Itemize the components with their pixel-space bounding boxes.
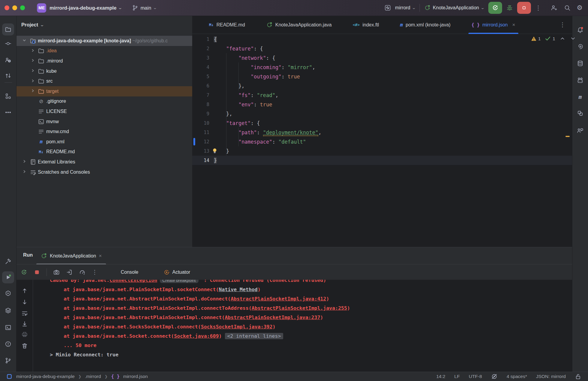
breadcrumb-item[interactable]: mirrord.json	[123, 374, 148, 379]
status-line-ending[interactable]: LF	[454, 374, 460, 379]
project-selector[interactable]: mirrord-java-debug-example ⌄	[50, 5, 122, 11]
console-line[interactable]: > Minio Reconnect: true	[33, 350, 572, 359]
code-line-5[interactable]: 5 "outgoing": true	[192, 72, 572, 81]
project-badge[interactable]: ME	[37, 3, 46, 13]
chevron-right-icon[interactable]	[30, 48, 36, 54]
code-line-4[interactable]: 4 "incoming": "mirror",	[192, 62, 572, 72]
stack-trace-link[interactable]: SocksSocketImpl.java:392	[201, 324, 272, 330]
arrow-up-icon[interactable]	[21, 288, 28, 294]
stop-run-icon[interactable]	[34, 269, 40, 276]
mirrord-disabled-icon[interactable]	[491, 373, 498, 380]
code-line-8[interactable]: 8 "env": true	[192, 100, 572, 109]
editor-tab-mirrord-json[interactable]: { }mirrord.json×	[470, 16, 517, 34]
stack-trace-link[interactable]: ConnectException	[110, 280, 157, 283]
console-view-tab[interactable]: Console	[121, 270, 138, 275]
scroll-end-icon[interactable]	[21, 321, 28, 327]
users-help-tool-button[interactable]: ?	[2, 54, 14, 66]
project-panel-header[interactable]: Project ⌄	[21, 22, 44, 28]
chevron-right-icon[interactable]	[30, 78, 36, 84]
run-tool-button[interactable]	[2, 271, 14, 283]
chevron-right-icon[interactable]	[30, 58, 36, 64]
tree-item-readme-md[interactable]: M↓README.md	[17, 147, 192, 157]
tree-item-mvnw-cmd[interactable]: mvnw.cmd	[17, 126, 192, 137]
console-output[interactable]: Caused by: java.net.ConnectExceptionCrea…	[33, 280, 572, 372]
tree-item-mirrord-java-debug-example[interactable]: mirrord-java-debug-example [knote-java] …	[17, 36, 192, 46]
tree-item-mvnw[interactable]: mvnw	[17, 117, 192, 127]
printer-icon[interactable]	[21, 331, 28, 338]
mirrord-logo-icon[interactable]	[384, 5, 391, 11]
editor-tab-index-ftl[interactable]: <#>index.ftl	[351, 16, 380, 34]
code-line-12[interactable]: 12 "namespace": "default"	[192, 137, 572, 146]
pull-request-tool-button[interactable]	[2, 70, 14, 82]
breadcrumb-item[interactable]: .mirrord	[85, 374, 101, 379]
tree-item--gitignore[interactable]: ⊘.gitignore	[17, 96, 192, 107]
run-tab[interactable]: KnoteJavaApplication ×	[41, 247, 102, 264]
actuator-view-tab[interactable]: Actuator	[163, 269, 190, 276]
stack-trace-link[interactable]: AbstractPlainSocketImpl.java:255	[252, 305, 347, 311]
arrow-down-icon[interactable]	[21, 299, 28, 305]
chevron-right-icon[interactable]	[30, 68, 36, 74]
minimize-window-button[interactable]	[12, 5, 17, 10]
database-tool-button[interactable]	[574, 57, 586, 69]
stack-trace-link[interactable]: Native Method	[219, 287, 258, 292]
maximize-window-button[interactable]	[20, 5, 25, 10]
console-line[interactable]: at java.base/java.net.AbstractPlainSocke…	[33, 303, 572, 313]
kebab-icon[interactable]: ⋮	[92, 269, 98, 276]
tree-item-external-libraries[interactable]: External Libraries	[17, 157, 192, 167]
intention-bulb-icon[interactable]	[211, 147, 218, 156]
code-line-11[interactable]: 11 "path": "deployment/knote",	[192, 128, 572, 137]
gauge-icon[interactable]	[79, 269, 86, 276]
editor-tab-knotejavaapplication-java[interactable]: KnoteJavaApplication.java	[265, 16, 333, 34]
rerun-button[interactable]	[488, 2, 502, 14]
warning-stripe-mark[interactable]	[565, 136, 570, 137]
problems-tool-button[interactable]	[2, 338, 14, 350]
debug-bug-icon[interactable]	[506, 5, 513, 11]
stack-trace-link[interactable]: Socket.java:609	[174, 333, 219, 339]
breadcrumb-item[interactable]: mirrord-java-debug-example	[16, 374, 75, 379]
console-line[interactable]: ... 50 more	[33, 341, 572, 350]
version-control-tool-button[interactable]	[2, 355, 14, 367]
close-window-button[interactable]	[5, 5, 9, 10]
code-editor[interactable]: 1{2 "feature": {3 "network": {4 "incomin…	[192, 34, 572, 165]
code-line-13[interactable]: 13 }	[192, 146, 572, 156]
chevron-down-icon[interactable]	[21, 38, 27, 44]
tree-item-pom-xml[interactable]: mpom.xml	[17, 137, 192, 147]
terminal-tool-button[interactable]	[2, 322, 14, 334]
status-schema-selector[interactable]: JSON: mirrord	[536, 374, 566, 379]
tree-item--idea[interactable]: .idea	[17, 46, 192, 56]
stop-button[interactable]	[517, 2, 531, 14]
status-caret-position[interactable]: 14:2	[436, 374, 445, 379]
structure-tool-button[interactable]	[2, 90, 14, 102]
console-line[interactable]: at java.base/java.net.SocksSocketImpl.co…	[33, 322, 572, 331]
ai-swirl-tool-button[interactable]	[574, 41, 586, 53]
rerun-run-icon[interactable]	[21, 269, 27, 276]
tree-item--mirrord[interactable]: .mirrord	[17, 56, 192, 66]
code-line-2[interactable]: 2 "feature": {	[192, 44, 572, 53]
console-line[interactable]: at java.base/java.net.AbstractPlainSocke…	[33, 294, 572, 303]
console-line[interactable]: Caused by: java.net.ConnectExceptionCrea…	[33, 280, 572, 285]
services-tool-button[interactable]	[2, 287, 14, 299]
lock-open-icon[interactable]	[575, 373, 581, 380]
tree-item-license[interactable]: LICENSE	[17, 106, 192, 117]
maven-tool-button[interactable]: m	[574, 91, 586, 103]
more-actions-icon[interactable]: ⋮	[535, 4, 541, 11]
code-line-1[interactable]: 1{	[192, 35, 572, 44]
tab-options-icon[interactable]: ⋮	[559, 21, 565, 28]
robot-tool-button[interactable]	[574, 74, 586, 86]
stack-trace-link[interactable]: AbstractPlainSocketImpl.java:412	[231, 296, 326, 302]
close-icon[interactable]: ×	[99, 253, 102, 259]
tree-item-kube[interactable]: kube	[17, 66, 192, 76]
camera-icon[interactable]	[53, 269, 60, 276]
chevron-right-icon[interactable]	[21, 169, 27, 175]
editor-tab-pom-xml-knote-java-[interactable]: mpom.xml (knote-java)	[399, 16, 452, 34]
tree-item-src[interactable]: src	[17, 76, 192, 86]
search-icon[interactable]	[564, 5, 571, 11]
trash-icon[interactable]	[21, 343, 28, 349]
code-line-7[interactable]: 7 "fs": "read",	[192, 90, 572, 100]
create-breakpoint-inlay[interactable]: Create breakpoint	[160, 280, 199, 283]
code-line-14[interactable]: 14}	[192, 156, 572, 165]
mirrord-selector[interactable]: mirrord ⌄	[395, 5, 416, 11]
soft-wrap-icon[interactable]	[21, 310, 28, 317]
knot-tool-button[interactable]	[574, 107, 586, 119]
tree-item-scratches-and-consoles[interactable]: Scratches and Consoles	[17, 167, 192, 177]
